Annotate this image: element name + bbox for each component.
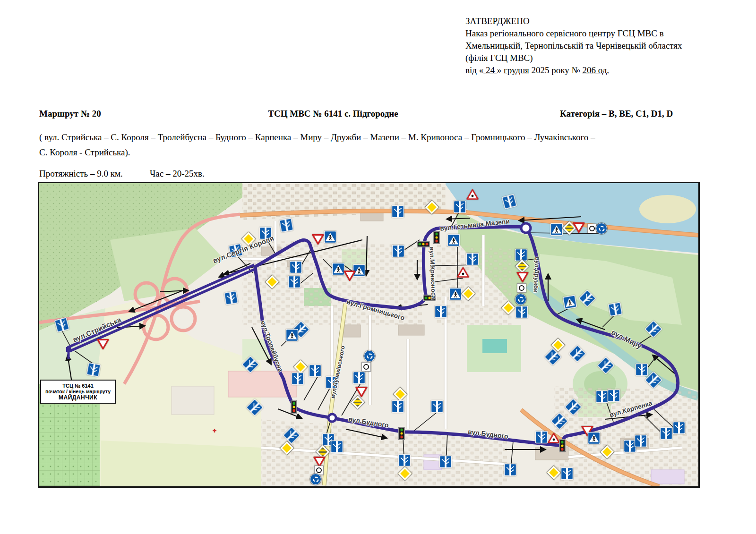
approval-line: Хмельницькій, Тернопільській та Чернівец… xyxy=(465,40,682,52)
approval-day: 24 xyxy=(483,65,497,75)
approval-number: 206 од. xyxy=(582,65,609,75)
route-time: Час – 20-25хв. xyxy=(150,168,205,180)
start-box-line3: МАЙДАНЧИК xyxy=(43,394,113,401)
approval-title: ЗАТВЕРДЖЕНО xyxy=(465,15,682,27)
document-page: ЗАТВЕРДЖЕНО Наказ регіонального сервісно… xyxy=(0,0,756,534)
approval-line: (філія ГСЦ МВС) xyxy=(465,52,682,64)
approval-month: грудня xyxy=(504,65,529,75)
approval-block: ЗАТВЕРДЖЕНО Наказ регіонального сервісно… xyxy=(465,15,682,76)
start-finish-label: ТСЦ № 6141 початок / кінець маршруту МАЙ… xyxy=(40,380,116,404)
approval-date-line: від « 24 » грудня 2025 року № 206 од. xyxy=(465,64,682,76)
map-canvas xyxy=(39,183,698,486)
route-description-line2: С. Короля - Стрийська). xyxy=(39,146,130,159)
route-length: Протяжність – 9.0 км. xyxy=(39,168,123,180)
route-map: вул.Стрийськавул.Сергія Королявул.Тролей… xyxy=(38,182,700,488)
approval-line: Наказ регіонального сервісного центру ГС… xyxy=(465,27,682,40)
route-description-line1: ( вул. Стрийська – С. Короля – Тролейбус… xyxy=(39,131,595,144)
start-box-line1: ТСЦ № 6141 xyxy=(43,383,113,389)
category-title: Категорія – B, BE, C1, D1, D xyxy=(560,108,673,120)
start-box-line2: початок / кінець маршруту xyxy=(43,389,113,394)
route-number-title: Маршрут № 20 xyxy=(39,108,101,120)
tsc-title: ТСЦ МВС № 6141 с. Підгородне xyxy=(198,108,468,120)
